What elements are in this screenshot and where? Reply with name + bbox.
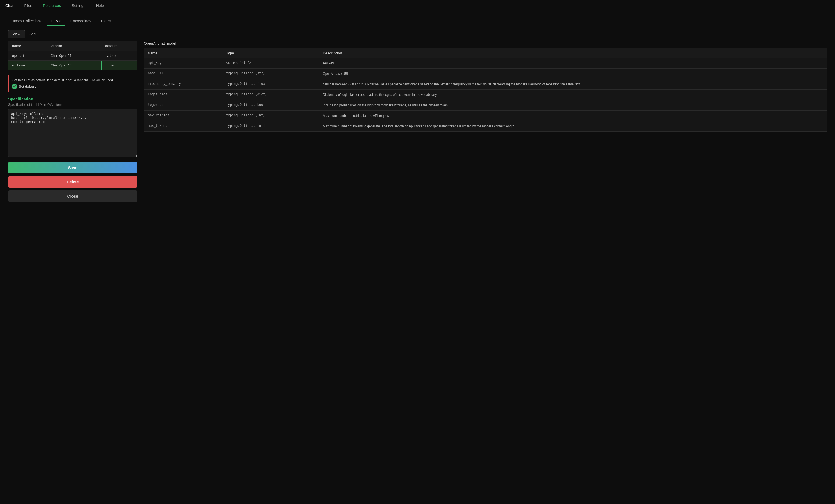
spec-table-row: logit_biastyping.Optional[dict]Dictionar… [144, 90, 827, 100]
main-content: Index Collections LLMs Embeddings Users … [0, 11, 835, 207]
spec-row-type: typing.Optional[int] [222, 121, 319, 132]
close-button[interactable]: Close [8, 190, 137, 202]
cell-name: ollama [8, 61, 47, 70]
spec-col-description: Description [319, 48, 827, 58]
cell-default: false [101, 51, 137, 61]
spec-row-description: OpenAI base URL [319, 69, 827, 79]
left-column: name vendor default openai ChatOpenAI fa… [8, 41, 137, 202]
delete-button[interactable]: Delete [8, 176, 137, 188]
nav-help[interactable]: Help [91, 0, 109, 11]
llm-table: name vendor default openai ChatOpenAI fa… [8, 41, 137, 70]
table-row[interactable]: openai ChatOpenAI false [8, 51, 137, 61]
content-area: name vendor default openai ChatOpenAI fa… [8, 41, 827, 202]
specification-section: Specification Specification of the LLM i… [8, 97, 137, 158]
save-button[interactable]: Save [8, 162, 137, 173]
sub-tab-add[interactable]: Add [25, 30, 40, 38]
spec-row-name: max_retries [144, 111, 222, 121]
spec-col-type: Type [222, 48, 319, 58]
cell-name: openai [8, 51, 47, 61]
spec-row-description: Maximum number of retries for the API re… [319, 111, 827, 121]
tab-llms[interactable]: LLMs [47, 17, 65, 26]
spec-row-name: logprobs [144, 100, 222, 111]
tab-embeddings[interactable]: Embeddings [65, 17, 96, 26]
spec-col-name: Name [144, 48, 222, 58]
default-section: Set this LLM as default. If no default i… [8, 75, 137, 92]
spec-row-type: typing.Optional[bool] [222, 100, 319, 111]
col-header-default: default [101, 41, 137, 51]
spec-row-type: <class 'str'> [222, 58, 319, 69]
spec-row-name: base_url [144, 69, 222, 79]
table-row[interactable]: ollama ChatOpenAI true [8, 61, 137, 70]
cell-default: true [101, 61, 137, 70]
action-buttons: Save Delete Close [8, 162, 137, 202]
spec-row-description: Maximum number of tokens to generate. Th… [319, 121, 827, 132]
main-tabs: Index Collections LLMs Embeddings Users [8, 17, 827, 26]
spec-row-type: typing.Optional[float] [222, 79, 319, 90]
spec-reference-table: Name Type Description api_key<class 'str… [144, 48, 827, 132]
specification-hint: Specification of the LLM in YAML format [8, 103, 137, 107]
set-default-checkbox[interactable] [13, 84, 17, 89]
spec-table-row: logprobstyping.Optional[bool]Include log… [144, 100, 827, 111]
set-default-row: Set default [13, 84, 133, 89]
spec-row-description: Number between -2.0 and 2.0. Positive va… [319, 79, 827, 90]
spec-row-name: max_tokens [144, 121, 222, 132]
spec-row-type: typing.Optional[dict] [222, 90, 319, 100]
cell-vendor: ChatOpenAI [47, 61, 101, 70]
spec-table-row: base_urltyping.Optional[str]OpenAI base … [144, 69, 827, 79]
set-default-label: Set default [19, 85, 36, 89]
spec-table-row: frequency_penaltytyping.Optional[float]N… [144, 79, 827, 90]
top-navigation: Chat Files Resources Settings Help [0, 0, 835, 11]
default-hint: Set this LLM as default. If no default i… [13, 78, 133, 82]
spec-row-name: logit_bias [144, 90, 222, 100]
cell-vendor: ChatOpenAI [47, 51, 101, 61]
specification-textarea[interactable] [8, 109, 137, 157]
tab-users[interactable]: Users [96, 17, 116, 26]
sub-tabs: View Add [8, 30, 827, 38]
right-column: OpenAI chat model Name Type Description … [144, 41, 827, 202]
spec-table-row: api_key<class 'str'>API key [144, 58, 827, 69]
nav-settings[interactable]: Settings [66, 0, 91, 11]
spec-row-name: api_key [144, 58, 222, 69]
tab-index-collections[interactable]: Index Collections [8, 17, 47, 26]
spec-row-type: typing.Optional[str] [222, 69, 319, 79]
nav-files[interactable]: Files [19, 0, 38, 11]
spec-row-description: API key [319, 58, 827, 69]
specification-title: Specification [8, 97, 137, 101]
col-header-name: name [8, 41, 47, 51]
nav-resources[interactable]: Resources [37, 0, 66, 11]
spec-row-name: frequency_penalty [144, 79, 222, 90]
sub-tab-view[interactable]: View [8, 30, 25, 38]
spec-row-description: Include log probabilities on the logprob… [319, 100, 827, 111]
spec-row-description: Dictionary of logit bias values to add t… [319, 90, 827, 100]
col-header-vendor: vendor [47, 41, 101, 51]
right-panel-title: OpenAI chat model [144, 41, 827, 45]
spec-table-row: max_tokenstyping.Optional[int]Maximum nu… [144, 121, 827, 132]
spec-table-row: max_retriestyping.Optional[int]Maximum n… [144, 111, 827, 121]
nav-chat[interactable]: Chat [0, 0, 19, 11]
spec-row-type: typing.Optional[int] [222, 111, 319, 121]
